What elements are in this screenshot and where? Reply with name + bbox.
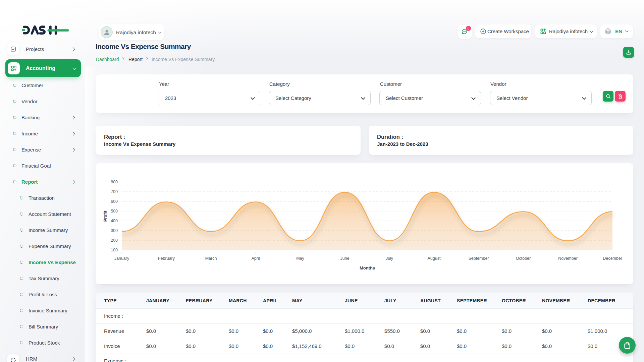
- svg-text:Profit: Profit: [103, 210, 108, 222]
- svg-text:January: January: [114, 256, 129, 261]
- svg-text:December: December: [603, 256, 622, 261]
- svg-text:400: 400: [111, 219, 118, 223]
- svg-text:300: 300: [111, 228, 118, 233]
- svg-text:April: April: [251, 256, 260, 261]
- svg-text:800: 800: [111, 180, 118, 184]
- svg-text:100: 100: [111, 248, 118, 252]
- svg-text:500: 500: [111, 209, 118, 214]
- svg-text:Months: Months: [360, 265, 375, 270]
- svg-text:June: June: [340, 256, 349, 261]
- svg-text:August: August: [428, 256, 441, 261]
- svg-text:July: July: [386, 256, 393, 261]
- svg-text:700: 700: [111, 189, 118, 194]
- svg-text:September: September: [468, 256, 489, 261]
- svg-text:200: 200: [111, 238, 118, 243]
- svg-text:February: February: [158, 256, 175, 261]
- svg-text:October: October: [516, 256, 531, 261]
- svg-text:May: May: [296, 256, 304, 261]
- svg-text:November: November: [558, 256, 578, 261]
- svg-text:March: March: [205, 256, 217, 261]
- svg-text:600: 600: [111, 199, 118, 204]
